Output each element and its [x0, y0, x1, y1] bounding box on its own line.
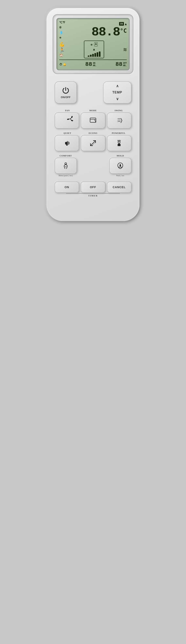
lcd-celsius-unit: °C — [120, 28, 127, 34]
mold-button[interactable] — [109, 158, 131, 174]
lcd-screen: ℃℉ ❄ 💧 ❋ ON ▲ 88.8 °C — [56, 18, 130, 70]
lcd-icons-left: ℃℉ ❄ 💧 ❋ — [59, 21, 65, 39]
comfort-label: COMFORT — [60, 154, 72, 157]
svg-point-12 — [121, 167, 122, 168]
lcd-up-arrow: ▲ — [125, 22, 127, 26]
label-row-quiet-econo-powerful: QUIET ECONO POWERFUL — [53, 132, 133, 134]
display-area: ℃℉ ❄ 💧 ❋ ON ▲ 88.8 °C — [53, 14, 133, 74]
lcd-timer-off-digits: 88 — [115, 61, 122, 68]
mode-icon — [89, 117, 97, 124]
lcd-signal-bars — [88, 52, 100, 57]
quiet-button[interactable] — [55, 135, 79, 151]
lcd-bell-icon: 🔔 — [63, 63, 66, 66]
timer-on-button[interactable]: ON — [55, 182, 79, 193]
svg-point-4 — [66, 144, 68, 146]
swing-label: SWING — [106, 109, 131, 112]
mold-side: MOLD Push 2 sec — [109, 154, 131, 177]
buttons-section: ON/OFF ∧ TEMP ∨ FAN MODE SWING — [53, 81, 133, 197]
lcd-swing-icon: ≋ — [123, 46, 127, 53]
timer-bracket: TIMER — [55, 193, 131, 197]
onoff-button[interactable]: ON/OFF — [55, 81, 77, 104]
label-row-fan-mode-swing: FAN MODE SWING — [53, 109, 133, 112]
lcd-bar-4 — [94, 53, 96, 57]
row-onoff-temp: ON/OFF ∧ TEMP ∨ — [53, 81, 133, 104]
mold-label: MOLD — [117, 154, 124, 157]
temp-up-arrow[interactable]: ∧ — [116, 84, 119, 88]
push-hint: Push 2 sec — [116, 175, 124, 177]
lcd-bar-1 — [88, 56, 89, 57]
lcd-comfort-icon: 🏃 — [59, 48, 65, 53]
lcd-fan-mode-icon: ❋ — [90, 42, 93, 46]
lcd-person-home-icon: 🏠 — [59, 54, 65, 57]
powerful-icon — [115, 140, 123, 147]
lcd-sub-icons: ❋ A — [90, 42, 97, 46]
temp-button[interactable]: ∧ TEMP ∨ — [103, 81, 131, 104]
econo-button[interactable] — [81, 135, 105, 151]
temp-label: TEMP — [112, 91, 122, 94]
swing-button[interactable] — [107, 112, 131, 128]
lcd-timer-off: 88 OFFHR. — [115, 61, 127, 68]
menu-hint: Menu (push 2 sec) — [59, 175, 73, 177]
fan-icon — [70, 116, 78, 124]
lcd-timer-on-digits: 88 — [85, 61, 92, 68]
lcd-timer-off-label: OFFHR. — [123, 62, 127, 67]
lcd-mode-a-badge: A — [94, 42, 97, 46]
lcd-droplet-icon: 💧 — [59, 30, 65, 34]
lcd-snowflake-icon: ❄ — [59, 25, 65, 30]
lcd-bar-3 — [92, 54, 94, 57]
mode-button[interactable] — [81, 112, 105, 128]
remote-control: ℃℉ ❄ 💧 ❋ ON ▲ 88.8 °C — [47, 8, 139, 221]
power-icon — [62, 86, 70, 95]
quiet-icon — [63, 140, 71, 147]
lcd-timer-icons: ⏱ 🔔 — [59, 63, 66, 66]
comfort-side: COMFORT Menu (push 2 sec) — [55, 154, 77, 177]
lcd-swing-icon-area: ≋ — [123, 46, 127, 53]
row-comfort-mold: COMFORT Menu (push 2 sec) MOLD — [53, 154, 133, 177]
lcd-bar-6 — [99, 52, 100, 57]
powerful-label: POWERFUL — [106, 132, 131, 134]
timer-bracket-label: TIMER — [66, 193, 120, 197]
lcd-bar-5 — [97, 52, 98, 57]
lcd-muscle-icon: 💪 — [59, 42, 65, 47]
lcd-sub-display: ❋ A ▲ — [84, 40, 104, 58]
svg-line-7 — [118, 140, 118, 141]
swing-icon — [115, 117, 123, 124]
lcd-middle-row: 💪 🏃 🏠 ❋ A ▲ — [59, 40, 127, 58]
lcd-fan-icon-small: ❋ — [59, 35, 65, 39]
comfort-icon — [62, 162, 69, 170]
timer-buttons: ON OFF CANCEL — [55, 182, 131, 193]
lcd-mid-icons: 💪 🏃 🏠 — [59, 42, 65, 57]
lcd-timer-on: 88 ONHR. — [85, 61, 97, 68]
temp-down-arrow[interactable]: ∨ — [116, 97, 119, 101]
lcd-timer-row: ⏱ 🔔 88 ONHR. 88 OFFHR. — [59, 60, 127, 68]
svg-line-8 — [120, 140, 121, 141]
lcd-bar-2 — [90, 55, 92, 57]
timer-off-button[interactable]: OFF — [81, 182, 105, 193]
svg-rect-2 — [90, 118, 96, 122]
onoff-label: ON/OFF — [61, 96, 71, 99]
timer-section: ON OFF CANCEL TIMER — [53, 182, 133, 197]
lcd-timer-on-label: ONHR. — [93, 62, 96, 67]
lcd-temperature: 88.8 — [91, 26, 120, 38]
fan-label: FAN — [55, 109, 80, 112]
lcd-top-row: ℃℉ ❄ 💧 ❋ ON ▲ 88.8 °C — [59, 21, 127, 39]
mode-label: MODE — [80, 109, 106, 112]
svg-point-11 — [119, 167, 120, 168]
lcd-clock-icon: ⏱ — [59, 63, 62, 66]
lcd-celsius-icon: ℃℉ — [59, 21, 65, 24]
econo-icon — [89, 140, 97, 147]
timer-cancel-button[interactable]: CANCEL — [107, 182, 131, 193]
comfort-button[interactable] — [55, 158, 77, 174]
powerful-button[interactable] — [107, 135, 131, 151]
lcd-up-arrow2: ▲ — [93, 47, 95, 51]
mold-icon — [117, 162, 124, 170]
btn-row-fan-mode-swing — [53, 112, 133, 128]
quiet-label: QUIET — [55, 132, 80, 134]
econo-label: ECONO — [80, 132, 106, 134]
fan-button[interactable] — [55, 112, 79, 128]
btn-row-quiet-econo-powerful — [53, 135, 133, 151]
